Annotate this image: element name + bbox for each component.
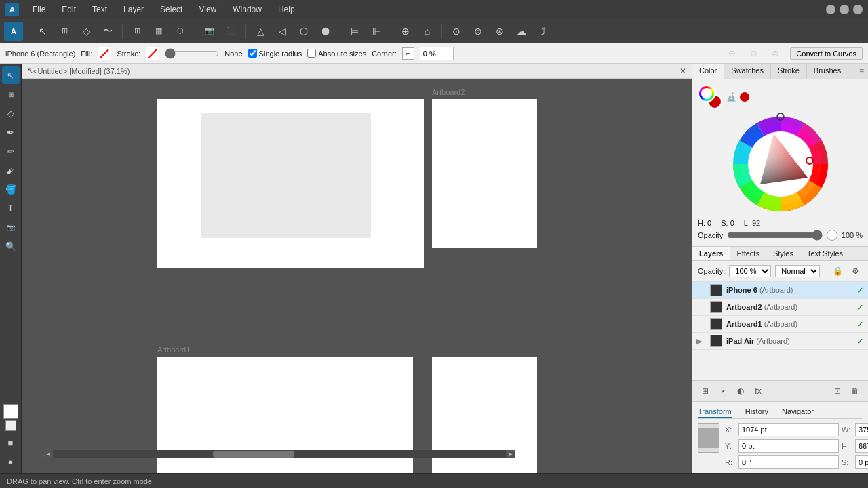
menu-view[interactable]: View (196, 3, 219, 16)
fill-swatch[interactable] (98, 47, 111, 60)
delete-btn[interactable]: 🗑 (848, 384, 863, 399)
left-stroke-color[interactable] (5, 420, 16, 431)
scroll-h-thumb[interactable] (213, 451, 294, 458)
menu-select[interactable]: Select (157, 3, 185, 16)
menu-edit[interactable]: Edit (59, 3, 79, 16)
fx-btn[interactable]: fx (751, 384, 766, 399)
dist-tool[interactable]: ⊩ (367, 22, 386, 41)
place-tool[interactable]: 📷 (200, 22, 219, 41)
snap-btn3[interactable]: ⊚ (766, 44, 785, 63)
add-adjust-btn[interactable]: ◐ (733, 384, 748, 399)
artboard-tool[interactable]: ⊞ (55, 22, 74, 41)
tab-brushes[interactable]: Brushes (807, 64, 848, 79)
absolute-sizes-checkbox[interactable] (307, 49, 316, 58)
h-input[interactable]: 667 pt (855, 439, 868, 453)
duplicate-btn[interactable]: ⊡ (830, 384, 845, 399)
red-dot-icon[interactable] (740, 92, 749, 102)
menu-file[interactable]: File (30, 3, 48, 16)
tab-navigator[interactable]: Navigator (782, 406, 814, 418)
opacity-slider[interactable] (727, 230, 823, 241)
warp-tool[interactable]: ⬢ (316, 22, 335, 41)
grid-tool[interactable]: ⊞ (127, 22, 146, 41)
left-artboard-tool[interactable]: ⊞ (2, 85, 20, 103)
menu-help[interactable]: Help (275, 3, 298, 16)
left-select-tool[interactable]: ↖ (2, 66, 20, 84)
w-input[interactable]: 375 pt (855, 423, 868, 436)
minimize-button[interactable] (826, 5, 835, 14)
menu-layer[interactable]: Layer (121, 3, 146, 16)
menu-window[interactable]: Window (230, 3, 264, 16)
tab-color[interactable]: Color (692, 64, 724, 79)
blend-mode-select[interactable]: Normal (775, 265, 820, 277)
tab-text-styles[interactable]: Text Styles (800, 247, 850, 260)
tab-styles[interactable]: Styles (766, 247, 800, 260)
fill-color-circle[interactable] (698, 85, 715, 102)
left-text-tool[interactable]: T (2, 199, 20, 217)
layer-artboard1[interactable]: Artboard1 (Artboard) ✓ (692, 316, 868, 333)
export-tool[interactable]: ⤴ (534, 22, 553, 41)
affinity-logo-btn[interactable]: A (4, 22, 23, 41)
tab-layers[interactable]: Layers (692, 247, 730, 260)
stroke-width-slider[interactable] (165, 48, 219, 59)
pen-tool[interactable]: △ (251, 22, 270, 41)
x-input[interactable]: 1074 pt (738, 423, 839, 436)
tab-transform[interactable]: Transform (698, 406, 732, 418)
symbol-tool[interactable]: ⌂ (418, 22, 437, 41)
left-shape-tool[interactable]: ■ (2, 434, 20, 451)
layer-artboard2[interactable]: Artboard2 (Artboard) ✓ (692, 299, 868, 316)
left-brush-tool[interactable]: 🖌 (2, 161, 20, 179)
tab-history[interactable]: History (745, 406, 768, 418)
smooth-tool[interactable]: 〜 (98, 22, 117, 41)
layer-expand-ipad[interactable]: ▶ (696, 337, 706, 346)
add-layer-btn[interactable]: ⊞ (698, 384, 713, 399)
single-radius-checkbox[interactable] (248, 49, 257, 58)
left-pen-tool[interactable]: ✒ (2, 123, 20, 141)
table-tool[interactable]: ▦ (149, 22, 168, 41)
stroke-swatch[interactable] (146, 47, 159, 60)
fill-tool[interactable]: ⬛ (222, 22, 241, 41)
snap-btn1[interactable]: ⊕ (722, 44, 741, 63)
transform-tool[interactable]: ⬡ (171, 22, 190, 41)
convert-to-curves-btn[interactable]: Convert to Curves (790, 47, 863, 60)
layer-visible-iphone6[interactable]: ✓ (856, 285, 864, 296)
close-button[interactable] (853, 5, 863, 14)
maximize-button[interactable] (840, 5, 849, 14)
left-pencil-tool[interactable]: ✏ (2, 142, 20, 160)
add-fx-btn[interactable]: ⭑ (715, 384, 730, 399)
layer-settings-btn[interactable]: ⚙ (848, 264, 863, 279)
left-place-tool[interactable]: 📷 (2, 218, 20, 236)
s-input[interactable]: 0 pt (855, 455, 868, 469)
move-tool[interactable]: ↖ (33, 22, 52, 41)
left-ellipse-tool[interactable]: ● (2, 453, 20, 470)
layer-iphone6[interactable]: iPhone 6 (Artboard) ✓ (692, 282, 868, 299)
layer-visible-artboard1[interactable]: ✓ (856, 319, 864, 329)
layer-opacity-select[interactable]: 100 % (729, 265, 771, 277)
tab-stroke[interactable]: Stroke (771, 64, 807, 79)
pencil-tool[interactable]: ◁ (273, 22, 292, 41)
tab-swatches[interactable]: Swatches (724, 64, 771, 79)
cloud-tool[interactable]: ☁ (512, 22, 531, 41)
close-doc-btn[interactable]: ✕ (679, 66, 686, 76)
pixel-tool[interactable]: ⊚ (469, 22, 488, 41)
color-wheel-svg[interactable] (730, 113, 831, 215)
search-tool[interactable]: ⊙ (447, 22, 466, 41)
brush-tool[interactable]: ⬡ (294, 22, 313, 41)
canvas-content[interactable]: Artboard2 Artboard1 ✋ (22, 79, 692, 473)
scroll-right-arrow[interactable]: ▸ (506, 450, 515, 458)
canvas-area[interactable]: ↖ <Untitled> [Modified] (37.1%) ✕ Artboa… (22, 64, 692, 473)
layer-ipad[interactable]: ▶ iPad Air (Artboard) ✓ (692, 333, 868, 350)
layer-visible-artboard2[interactable]: ✓ (856, 302, 864, 312)
eyedropper-icon[interactable]: 🔬 (725, 91, 737, 103)
left-zoom-tool[interactable]: 🔍 (2, 237, 20, 255)
macro-tool[interactable]: ⊛ (490, 22, 509, 41)
left-node-tool[interactable]: ◇ (2, 104, 20, 122)
scroll-h[interactable]: ◂ ▸ (43, 450, 515, 458)
corner-input[interactable] (420, 47, 454, 60)
menu-text[interactable]: Text (90, 3, 110, 16)
align-tool[interactable]: ⊨ (345, 22, 364, 41)
panel-menu-btn[interactable]: ≡ (855, 64, 868, 79)
layer-visible-ipad[interactable]: ✓ (856, 336, 864, 346)
layer-lock-btn[interactable]: 🔒 (830, 264, 845, 279)
y-input[interactable]: 0 pt (738, 439, 839, 453)
r-input[interactable]: 0 ° (738, 455, 839, 469)
